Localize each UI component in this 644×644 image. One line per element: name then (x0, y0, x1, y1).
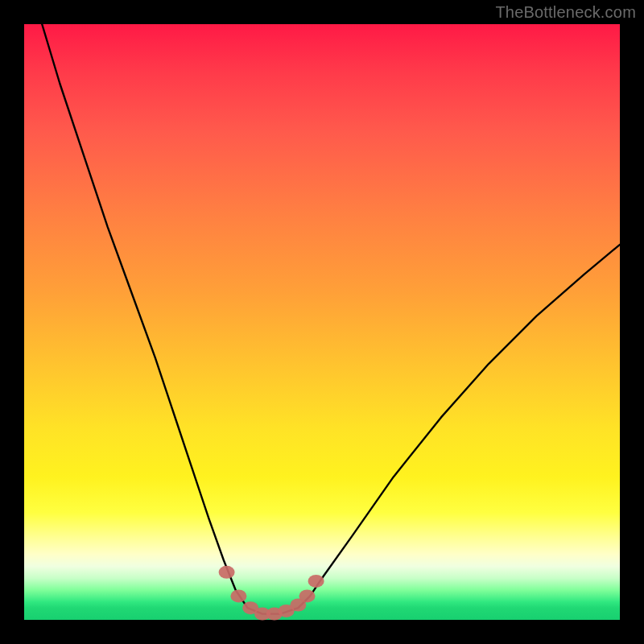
plot-area (24, 24, 620, 620)
bottleneck-curve-path (42, 24, 620, 614)
bottleneck-curve (42, 24, 620, 614)
floor-dot (299, 589, 316, 602)
watermark-text: TheBottleneck.com (495, 3, 636, 22)
chart-svg (24, 24, 620, 620)
outer-frame: TheBottleneck.com (0, 0, 644, 644)
floor-dot (230, 589, 246, 602)
floor-dot (308, 575, 324, 588)
floor-dots (219, 566, 324, 621)
floor-dot (219, 566, 235, 579)
